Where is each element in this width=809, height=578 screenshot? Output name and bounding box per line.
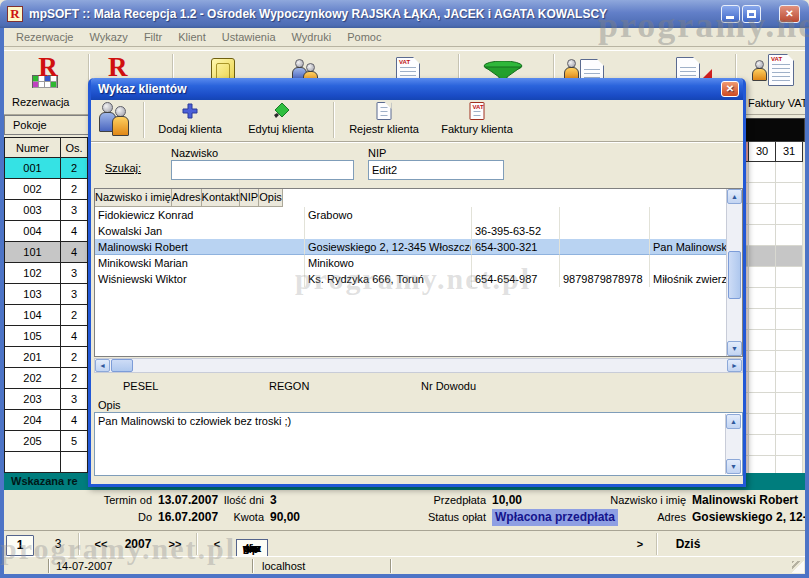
scroll-thumb[interactable] xyxy=(728,251,741,299)
menu-item[interactable]: Wydruki xyxy=(284,28,340,46)
client-register-button[interactable]: Rejestr klienta xyxy=(339,100,429,138)
add-client-button[interactable]: Dodaj klienta xyxy=(149,100,231,138)
calendar-cell xyxy=(749,393,776,414)
room-number-cell: 002 xyxy=(5,179,61,200)
room-number-cell: 003 xyxy=(5,200,61,221)
room-os-cell: 2 xyxy=(61,158,88,179)
column-header[interactable]: Opis xyxy=(259,189,283,207)
client-row[interactable]: Kowalski Jan 36-395-63-52 xyxy=(95,223,742,239)
statusbar-host: localhost xyxy=(262,559,305,573)
room-row[interactable]: 102 3 xyxy=(5,263,88,284)
room-row[interactable]: 003 3 xyxy=(5,200,88,221)
client-row[interactable]: Wiśniewski Wiktor Ks. Rydzyka 666, Toruń… xyxy=(95,271,742,287)
opis-label: Opis xyxy=(98,399,121,411)
rezerwacja-button[interactable]: R xyxy=(22,55,74,88)
vat-invoice-icon: VAT xyxy=(470,102,485,120)
rezerwacja-label: Rezerwacja xyxy=(12,96,69,108)
nazwisko-search-label: Nazwisko xyxy=(171,147,218,159)
calendar-cell xyxy=(749,204,776,225)
opis-vertical-scrollbar[interactable]: ▲ ▼ xyxy=(725,414,741,474)
column-header[interactable]: NIP xyxy=(240,189,259,207)
menu-item[interactable]: Rezerwacje xyxy=(8,28,81,46)
room-row[interactable]: 004 4 xyxy=(5,221,88,242)
scroll-down-icon[interactable]: ▼ xyxy=(726,459,741,474)
opis-textarea[interactable]: Pan Malinowski to człowiek bez troski ;)… xyxy=(94,412,743,476)
room-os-cell: 4 xyxy=(61,410,88,431)
scroll-thumb[interactable] xyxy=(111,359,133,372)
calendar-cell xyxy=(776,204,803,225)
client-invoices-button[interactable]: VAT Faktury klienta xyxy=(431,100,523,138)
room-row[interactable]: 104 2 xyxy=(5,305,88,326)
edit-client-button[interactable]: Edytuj klienta xyxy=(235,100,327,138)
room-row[interactable]: 001 2 xyxy=(5,158,88,179)
scroll-right-icon[interactable]: ► xyxy=(727,359,742,372)
menu-item[interactable]: Pomoc xyxy=(339,28,389,46)
menu-item[interactable]: Filtr xyxy=(136,28,170,46)
edit-pencil-icon xyxy=(272,102,290,120)
faktury-vat-button[interactable]: VAT xyxy=(752,54,800,94)
calendar-cell xyxy=(749,351,776,372)
client-row[interactable]: Minikowski Marian Minikowo xyxy=(95,255,742,271)
room-row[interactable]: 002 2 xyxy=(5,179,88,200)
add-plus-icon xyxy=(181,102,199,120)
room-row[interactable] xyxy=(5,452,88,473)
menu-item[interactable]: Wykazy xyxy=(81,28,135,46)
room-row[interactable]: 201 2 xyxy=(5,347,88,368)
calendar-cell xyxy=(776,330,803,351)
nip-search-input[interactable] xyxy=(368,160,504,180)
nav-separator xyxy=(656,533,658,555)
wykaz-rezerwacji-button[interactable]: R xyxy=(108,55,128,79)
page-button[interactable]: 1 xyxy=(6,535,34,556)
window-border-bottom xyxy=(0,574,809,578)
przedplata-value: 10,00 xyxy=(492,492,522,509)
next-year-button[interactable]: >> xyxy=(162,535,188,554)
dialog-close-button[interactable]: ✕ xyxy=(721,81,739,97)
toolbar-separator xyxy=(143,102,145,138)
room-row[interactable]: 105 4 xyxy=(5,326,88,347)
client-row[interactable]: Malinowski Robert Gosiewskiego 2, 12-345… xyxy=(95,239,742,255)
r-icon: R xyxy=(108,55,128,79)
room-row[interactable]: 205 5 xyxy=(5,431,88,452)
scroll-up-icon[interactable]: ▲ xyxy=(727,189,742,204)
room-row[interactable]: 204 4 xyxy=(5,410,88,431)
search-label: Szukaj: xyxy=(105,162,141,174)
resize-grip[interactable] xyxy=(792,561,804,573)
next-month-button[interactable]: > xyxy=(632,535,648,554)
prev-year-button[interactable]: << xyxy=(88,535,114,554)
room-row[interactable]: 101 4 xyxy=(5,242,88,263)
room-os-cell: 2 xyxy=(61,368,88,389)
table-vertical-scrollbar[interactable]: ▲ ▼ xyxy=(726,189,742,356)
room-os-cell: 4 xyxy=(61,221,88,242)
menu-item[interactable]: Klient xyxy=(170,28,214,46)
window-border-right xyxy=(805,24,809,578)
prev-month-button[interactable]: < xyxy=(209,535,225,554)
room-os-cell: 2 xyxy=(61,305,88,326)
calendar-cell xyxy=(776,372,803,393)
table-horizontal-scrollbar[interactable]: ◄ ► xyxy=(94,358,743,373)
column-header[interactable]: Nazwisko i imię xyxy=(95,189,172,207)
room-number-cell: 201 xyxy=(5,347,61,368)
close-button[interactable]: ✕ xyxy=(779,5,800,23)
room-row[interactable]: 202 2 xyxy=(5,368,88,389)
room-row[interactable]: 103 3 xyxy=(5,284,88,305)
scroll-up-icon[interactable]: ▲ xyxy=(726,414,741,429)
window-border-left xyxy=(0,24,4,578)
menu-item[interactable]: Ustawienia xyxy=(214,28,284,46)
today-button[interactable]: Dziś xyxy=(668,535,708,554)
column-header[interactable]: Adres xyxy=(172,189,202,207)
client-row[interactable]: Fidokiewicz Konrad Grabowo xyxy=(95,207,742,223)
maximize-icon xyxy=(747,10,756,18)
maximize-button[interactable] xyxy=(742,5,761,23)
regon-label: REGON xyxy=(269,380,309,392)
room-os-cell: 2 xyxy=(61,179,88,200)
minimize-button[interactable] xyxy=(721,5,740,23)
scroll-left-icon[interactable]: ◄ xyxy=(95,359,110,372)
status-oplat-label: Status opłat xyxy=(384,509,486,526)
count-label: 3 xyxy=(48,535,68,554)
termin-od-label: Termin od xyxy=(44,492,152,509)
column-header[interactable]: Kontakt xyxy=(202,189,240,207)
nazwisko-search-input[interactable] xyxy=(171,160,354,180)
przedplata-label: Przedpłata xyxy=(384,492,486,509)
room-row[interactable]: 203 3 xyxy=(5,389,88,410)
scroll-down-icon[interactable]: ▼ xyxy=(727,341,742,356)
